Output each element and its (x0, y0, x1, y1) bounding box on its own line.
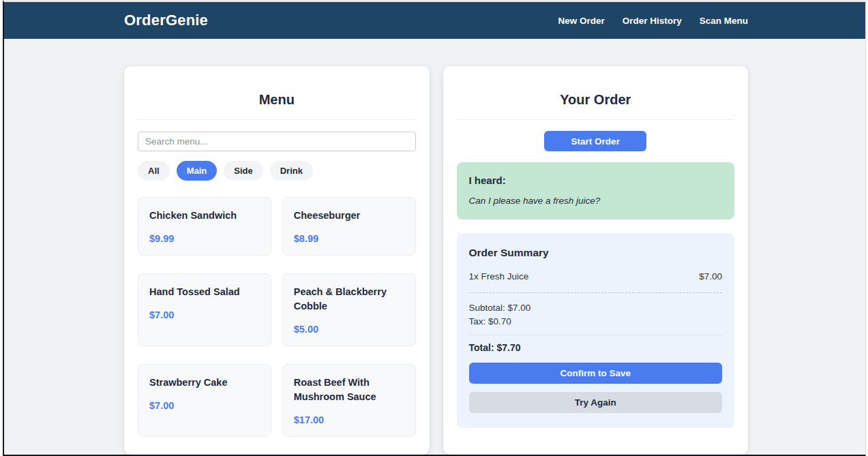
start-order-row: Start Order (457, 131, 735, 151)
menu-item[interactable]: Hand Tossed Salad $7.00 (138, 273, 271, 346)
menu-items-grid: Chicken Sandwich $9.99 Cheeseburger $8.9… (138, 197, 416, 437)
menu-title: Menu (138, 92, 416, 108)
order-title-divider (457, 119, 735, 120)
category-filters: All Main Side Drink (138, 161, 416, 181)
nav-new-order[interactable]: New Order (558, 16, 604, 26)
order-title: Your Order (457, 92, 735, 108)
filter-side[interactable]: Side (224, 161, 263, 181)
transcript-label: I heard: (469, 174, 723, 186)
summary-solid-divider (469, 335, 723, 335)
menu-item-price: $7.00 (149, 309, 260, 320)
filter-drink[interactable]: Drink (270, 161, 313, 181)
menu-item[interactable]: Peach & Blackberry Cobble $5.00 (282, 273, 416, 346)
order-summary-box: Order Summary 1x Fresh Juice $7.00 Subto… (457, 233, 735, 428)
nav-links: New Order Order History Scan Menu (558, 16, 748, 26)
menu-item-name: Cheeseburger (294, 209, 404, 223)
order-line-item-price: $7.00 (699, 271, 722, 282)
order-summary-title: Order Summary (469, 247, 723, 259)
start-order-button[interactable]: Start Order (544, 131, 646, 151)
menu-item-name: Strawberry Cake (149, 376, 260, 390)
order-card: Your Order Start Order I heard: Can I pl… (443, 66, 749, 455)
order-line-item: 1x Fresh Juice $7.00 (469, 271, 723, 282)
menu-item[interactable]: Roast Beef With Mushroom Sauce $17.00 (282, 364, 416, 437)
tax-line: Tax: $0.70 (469, 315, 723, 329)
menu-item[interactable]: Chicken Sandwich $9.99 (138, 197, 271, 256)
menu-title-divider (138, 119, 416, 120)
menu-item[interactable]: Strawberry Cake $7.00 (138, 364, 271, 437)
nav-scan-menu[interactable]: Scan Menu (700, 16, 748, 26)
menu-item-price: $9.99 (149, 233, 260, 244)
menu-item-price: $17.00 (294, 414, 404, 425)
try-again-button[interactable]: Try Again (469, 392, 723, 413)
menu-item-name: Chicken Sandwich (149, 209, 260, 223)
top-navbar: OrderGenie New Order Order History Scan … (4, 2, 865, 39)
subtotal-line: Subtotal: $7.00 (469, 301, 723, 315)
filter-all[interactable]: All (138, 161, 170, 181)
menu-item-price: $8.99 (294, 233, 404, 244)
menu-item[interactable]: Cheeseburger $8.99 (282, 197, 416, 256)
menu-item-price: $5.00 (294, 324, 404, 335)
nav-order-history[interactable]: Order History (623, 16, 682, 26)
menu-item-name: Roast Beef With Mushroom Sauce (294, 376, 404, 404)
transcript-box: I heard: Can I please have a fresh juice… (457, 162, 735, 219)
main-content: Menu All Main Side Drink Chicken Sandwic… (4, 39, 865, 455)
menu-item-name: Hand Tossed Salad (149, 285, 260, 299)
menu-item-price: $7.00 (149, 400, 260, 411)
transcript-text: Can I please have a fresh juice? (469, 196, 723, 206)
total-line: Total: $7.70 (469, 342, 723, 353)
menu-item-name: Peach & Blackberry Cobble (294, 285, 404, 314)
summary-dashed-divider (469, 292, 723, 293)
filter-main[interactable]: Main (177, 161, 218, 181)
menu-card: Menu All Main Side Drink Chicken Sandwic… (124, 66, 430, 455)
order-line-item-name: 1x Fresh Juice (469, 271, 529, 282)
brand-title[interactable]: OrderGenie (124, 12, 208, 29)
app-window: OrderGenie New Order Order History Scan … (3, 0, 866, 456)
search-input[interactable] (138, 132, 416, 151)
confirm-to-save-button[interactable]: Confirm to Save (469, 363, 723, 384)
